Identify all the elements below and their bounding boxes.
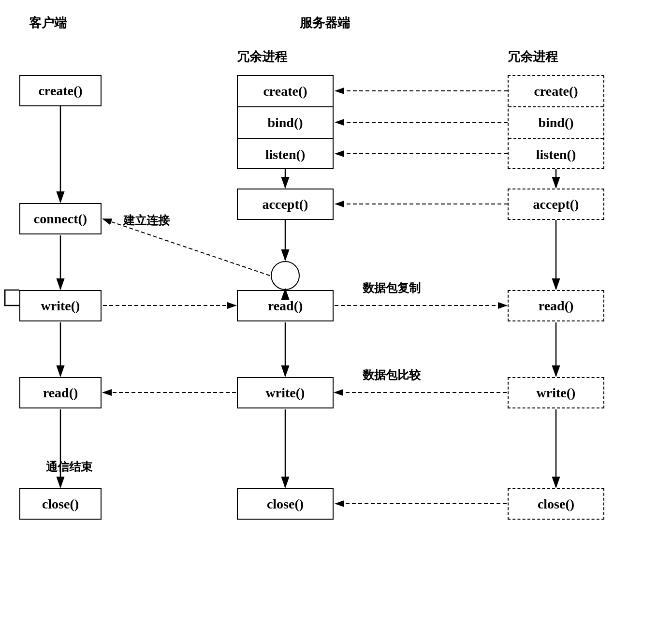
redundant-read-box: read()	[508, 290, 604, 321]
redundant-accept-box: accept()	[508, 189, 604, 220]
server-close-box: close()	[237, 488, 334, 520]
client-write-box: write()	[19, 290, 102, 321]
redundant-close-box: close()	[508, 488, 604, 520]
data-copy-label: 数据包复制	[363, 280, 421, 296]
server-listen-row: listen()	[238, 139, 333, 170]
client-label: 客户端	[29, 15, 67, 31]
server-main-group: create() bind() listen()	[237, 75, 334, 169]
client-close-box: close()	[19, 488, 102, 520]
server-accept-box: accept()	[237, 189, 334, 220]
client-read-box: read()	[19, 377, 102, 408]
server-bind-row: bind()	[238, 107, 333, 139]
fork-circle	[271, 261, 300, 290]
server-create-row: create()	[238, 76, 333, 107]
redundant-process-2-label: 冗余进程	[508, 48, 558, 65]
server-redundant-group: create() bind() listen()	[508, 75, 604, 169]
redundant-write-box: write()	[508, 377, 604, 408]
redundant-process-1-label: 冗余进程	[237, 48, 287, 65]
client-create-box: create()	[19, 75, 102, 106]
comm-end-label: 通信结束	[46, 459, 92, 475]
redundant-bind-row: bind()	[509, 107, 603, 139]
server-write-box: write()	[237, 377, 334, 408]
establish-connection-label: 建立连接	[123, 213, 170, 228]
redundant-listen-row: listen()	[509, 139, 603, 170]
data-compare-label: 数据包比较	[363, 367, 421, 383]
server-read-box: read()	[237, 290, 334, 321]
diagram-container: 客户端 服务器端 冗余进程 冗余进程 create() connect() wr…	[0, 0, 672, 625]
redundant-create-row: create()	[509, 76, 603, 107]
client-connect-box: connect()	[19, 203, 102, 234]
server-label: 服务器端	[300, 15, 350, 31]
